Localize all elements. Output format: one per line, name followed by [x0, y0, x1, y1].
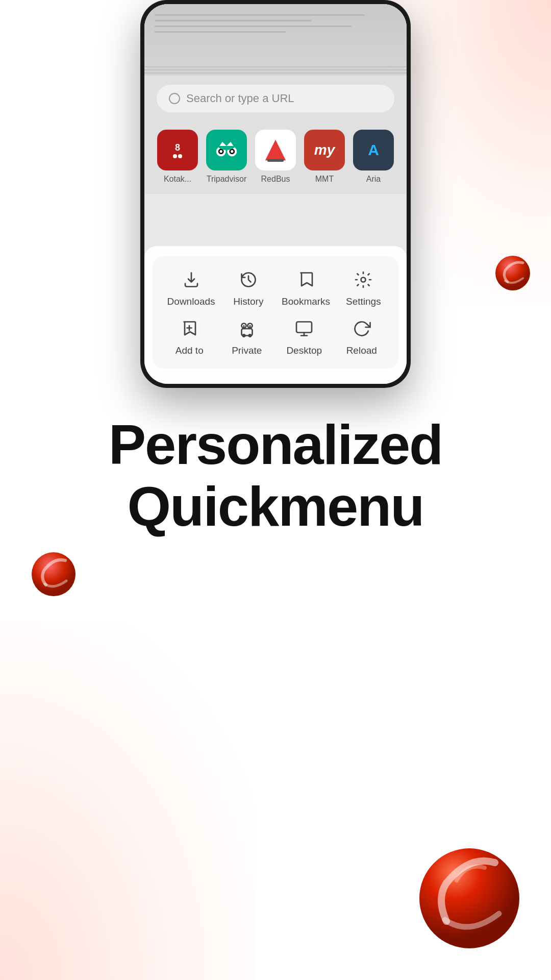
sketch-line-3: [155, 26, 352, 27]
shortcut-redbus[interactable]: RedBus: [255, 130, 296, 184]
quickmenu-item-settings[interactable]: Settings: [343, 268, 384, 307]
main-heading: Personalized Quickmenu: [31, 413, 520, 537]
kotak-dot-2: [178, 154, 182, 158]
quickmenu-inner: Downloads: [153, 256, 398, 369]
quickmenu-label-settings: Settings: [346, 296, 381, 307]
desktop-icon: [293, 317, 315, 340]
svg-point-22: [32, 552, 76, 596]
browser-divider-3: [144, 72, 407, 74]
sketch-line-4: [155, 31, 286, 33]
sketch-line-1: [155, 14, 364, 16]
quickmenu-item-add-to[interactable]: Add to: [169, 317, 210, 356]
quickmenu-row-2: Add to: [161, 317, 390, 356]
logo-ball-small-left: [31, 551, 77, 597]
svg-point-21: [495, 256, 530, 290]
svg-point-4: [220, 150, 222, 153]
shortcut-icon-aria: A: [353, 130, 394, 170]
add-bookmark-svg: [180, 320, 198, 338]
svg-rect-10: [267, 159, 284, 162]
kotak-dot-1: [173, 154, 177, 158]
download-svg: [182, 271, 201, 289]
private-svg: [238, 320, 256, 338]
logo-ball-large-right-svg: [418, 847, 520, 949]
shortcut-mmt[interactable]: my MMT: [304, 130, 345, 184]
phone-frame: Search or type a URL 8: [140, 0, 411, 388]
quickmenu-label-reload: Reload: [346, 345, 377, 356]
phone-screen: Search or type a URL 8: [144, 4, 407, 384]
history-svg: [239, 271, 258, 289]
shortcut-icon-redbus: [255, 130, 296, 170]
quickmenu-label-bookmarks: Bookmarks: [282, 296, 330, 307]
logo-ball-small-right: [495, 255, 531, 291]
history-icon: [237, 268, 260, 291]
svg-point-17: [249, 334, 252, 337]
private-icon: [236, 317, 258, 340]
shortcut-tripadvisor[interactable]: Tripadvisor: [206, 130, 247, 184]
shortcuts-row: 8 Kotak...: [144, 121, 407, 194]
quickmenu-item-private[interactable]: Private: [227, 317, 267, 356]
quickmenu-label-desktop: Desktop: [286, 345, 322, 356]
heading-line1: Personalized: [109, 413, 443, 476]
url-bar-placeholder: Search or type a URL: [186, 92, 294, 105]
shortcut-kotak[interactable]: 8 Kotak...: [157, 130, 198, 184]
background-blob-bottom-left: [0, 623, 255, 980]
quickmenu-overlay: Downloads: [144, 246, 407, 384]
quickmenu-item-reload[interactable]: Reload: [341, 317, 382, 356]
shortcut-label-kotak: Kotak...: [164, 175, 191, 184]
settings-icon: [352, 268, 374, 291]
shortcut-icon-tripadvisor: [206, 130, 247, 170]
bookmark-svg: [297, 271, 315, 289]
url-bar-section: Search or type a URL: [144, 76, 407, 121]
phone-container: Search or type a URL 8: [133, 0, 418, 388]
quickmenu-item-desktop[interactable]: Desktop: [284, 317, 324, 356]
shortcut-icon-kotak: 8: [157, 130, 198, 170]
quickmenu-label-history: History: [233, 296, 263, 307]
url-bar[interactable]: Search or type a URL: [157, 85, 394, 112]
redbus-svg: [262, 136, 289, 164]
shortcut-icon-mmt: my: [304, 130, 345, 170]
add-bookmark-icon: [178, 317, 201, 340]
svg-point-5: [231, 150, 233, 153]
logo-ball-small-left-svg: [31, 551, 77, 597]
quickmenu-item-history[interactable]: History: [228, 268, 269, 307]
url-bar-circle-icon: [169, 93, 180, 104]
svg-point-11: [361, 278, 366, 282]
browser-top-area: [144, 4, 407, 76]
logo-ball-large-right: [418, 847, 520, 949]
browser-divider-2: [144, 69, 407, 70]
heading-line2: Quickmenu: [127, 475, 423, 537]
kotak-dots: [173, 154, 182, 158]
desktop-svg: [295, 320, 313, 338]
sketch-line-2: [155, 20, 312, 21]
download-icon: [180, 268, 203, 291]
settings-svg: [354, 271, 372, 289]
quickmenu-item-bookmarks[interactable]: Bookmarks: [282, 268, 330, 307]
tripadvisor-svg: [213, 136, 240, 164]
shortcut-label-mmt: MMT: [315, 175, 334, 184]
shortcut-label-aria: Aria: [366, 175, 381, 184]
quickmenu-label-add-to: Add to: [176, 345, 204, 356]
svg-marker-9: [265, 140, 286, 161]
browser-dividers: [144, 64, 407, 76]
reload-svg: [353, 320, 371, 338]
kotak-content: 8: [173, 142, 182, 158]
quickmenu-label-private: Private: [232, 345, 262, 356]
shortcut-aria[interactable]: A Aria: [353, 130, 394, 184]
main-heading-section: Personalized Quickmenu: [0, 413, 551, 537]
reload-icon: [350, 317, 373, 340]
logo-ball-small-right-svg: [495, 255, 531, 291]
quickmenu-item-downloads[interactable]: Downloads: [167, 268, 215, 307]
svg-point-16: [243, 334, 245, 337]
svg-rect-18: [296, 322, 312, 333]
shortcut-label-redbus: RedBus: [261, 175, 290, 184]
quickmenu-row-1: Downloads: [161, 268, 390, 307]
quickmenu-label-downloads: Downloads: [167, 296, 215, 307]
phone-wrapper: Search or type a URL 8: [140, 0, 411, 388]
bookmark-icon: [295, 268, 317, 291]
browser-divider-1: [144, 66, 407, 67]
shortcut-label-tripadvisor: Tripadvisor: [207, 175, 247, 184]
